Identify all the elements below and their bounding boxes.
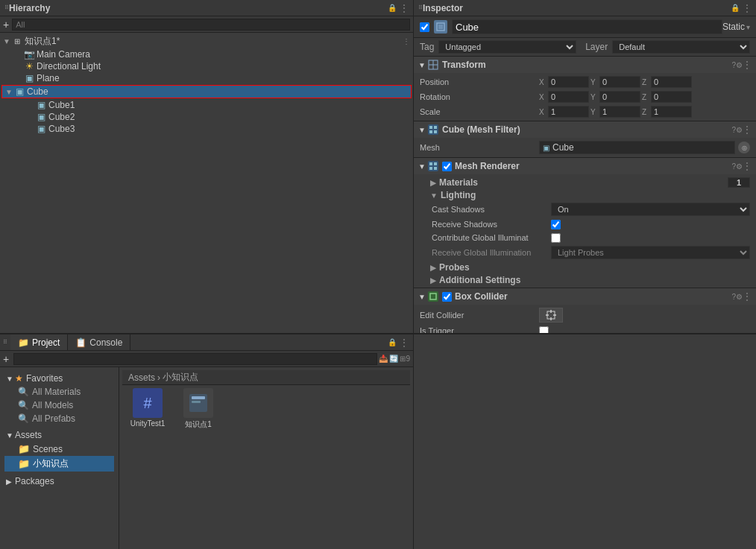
transform-menu-icon[interactable]: ⋮ xyxy=(743,60,752,70)
contribute-gi-value xyxy=(551,233,750,243)
lighting-arrow-icon: ▼ xyxy=(430,191,438,200)
favorites-section: ▼ ★ Favorites 🔍 All Materials 🔍 All Mode… xyxy=(0,370,119,427)
mesh-renderer-menu-icon[interactable]: ⋮ xyxy=(743,161,752,171)
is-trigger-checkbox[interactable] xyxy=(539,326,549,334)
favorites-header[interactable]: ▼ ★ Favorites xyxy=(4,372,114,385)
materials-label: Materials xyxy=(439,177,478,188)
lighting-subheader[interactable]: ▼ Lighting xyxy=(414,188,756,201)
packages-label: Packages xyxy=(15,476,54,486)
inspector-menu-icon[interactable]: ⋮ xyxy=(743,3,752,13)
mesh-filter-header[interactable]: ▼ Cube (Mesh Filter) ? ⚙ ⋮ xyxy=(414,121,756,138)
hierarchy-search-input[interactable] xyxy=(12,19,410,31)
cast-shadows-row: Cast Shadows On xyxy=(414,201,756,218)
receive-shadows-checkbox[interactable] xyxy=(551,220,561,229)
cast-shadows-select[interactable]: On xyxy=(551,203,750,216)
hierarchy-item-cube2[interactable]: ▣ Cube2 xyxy=(0,111,413,123)
hierarchy-item-cube1[interactable]: ▣ Cube1 xyxy=(0,99,413,111)
mesh-renderer-arrow-icon: ▼ xyxy=(418,162,427,171)
hierarchy-menu-icon[interactable]: ⋮ xyxy=(400,3,409,13)
project-assets-grid: # UnityTest1 知识点1 xyxy=(122,385,410,433)
additional-settings-subheader[interactable]: ▶ Additional Settings xyxy=(414,273,756,286)
tab-console[interactable]: 📋 Console xyxy=(68,334,130,350)
hierarchy-item-directional-light[interactable]: ☀ Directional Light xyxy=(0,60,413,72)
hierarchy-add-button[interactable]: + xyxy=(3,19,9,31)
edit-collider-row: Edit Collider xyxy=(414,306,756,324)
cube2-label: Cube2 xyxy=(48,112,75,122)
edit-collider-button[interactable] xyxy=(539,308,563,323)
scale-x-input[interactable] xyxy=(548,106,589,118)
transform-settings-icon[interactable]: ⚙ xyxy=(736,61,743,69)
hierarchy-item-scene[interactable]: ▼ ⊞ 知识点1* ⋮ xyxy=(0,34,413,48)
hierarchy-item-main-camera[interactable]: 📷 Main Camera xyxy=(0,48,413,60)
transform-header[interactable]: ▼ Transform ? ⚙ ⋮ xyxy=(414,57,756,73)
packages-header[interactable]: ▶ Packages xyxy=(4,475,114,488)
sidebar-item-xiaozhi[interactable]: 📁 小知识点 xyxy=(4,456,114,472)
receive-gi-row: Receive Global Illumination Light Probes xyxy=(414,244,756,261)
mesh-renderer-header[interactable]: ▼ Mesh Renderer ? ⚙ ⋮ xyxy=(414,158,756,174)
asset-unity-test1[interactable]: # UnityTest1 xyxy=(125,388,170,430)
inspector-lock-icon[interactable]: 🔒 xyxy=(731,4,740,12)
probes-subheader[interactable]: ▶ Probes xyxy=(414,261,756,273)
project-search-input[interactable] xyxy=(13,353,377,365)
rotation-z-input[interactable] xyxy=(651,91,692,103)
project-add-button[interactable]: + xyxy=(3,353,9,365)
box-collider-settings-icon[interactable]: ⚙ xyxy=(736,293,743,301)
box-collider-menu-icon[interactable]: ⋮ xyxy=(743,291,752,302)
materials-subheader[interactable]: ▶ Materials 1 xyxy=(414,176,756,188)
tag-select[interactable]: Untagged xyxy=(438,40,576,54)
inspector-content: Static ▾ Tag Untagged Layer Default ▼ xyxy=(414,16,756,333)
rot-z-label: Z xyxy=(642,93,649,101)
xiaozhi-folder-label: 小知识点 xyxy=(33,457,69,470)
rotation-xyz: X Y Z xyxy=(539,91,750,103)
transform-body: Position X Y Z Rotation X xyxy=(414,73,756,121)
position-z-input[interactable] xyxy=(651,76,692,88)
cube1-icon: ▣ xyxy=(36,100,46,110)
object-name-input[interactable] xyxy=(452,19,722,34)
object-enabled-checkbox[interactable] xyxy=(420,22,429,32)
materials-arrow-icon: ▶ xyxy=(430,179,436,187)
rotation-y-input[interactable] xyxy=(599,91,640,103)
mesh-select[interactable]: ▣ Cube xyxy=(539,141,735,154)
contribute-gi-checkbox[interactable] xyxy=(551,233,561,243)
hierarchy-lock-icon[interactable]: 🔒 xyxy=(388,4,397,12)
unity-test1-icon: # xyxy=(133,388,163,418)
sidebar-item-all-models[interactable]: 🔍 All Models xyxy=(4,399,114,412)
mesh-row: Mesh ▣ Cube ◎ xyxy=(414,139,756,156)
mesh-select-button[interactable]: ◎ xyxy=(738,142,750,153)
assets-header[interactable]: ▼ Assets xyxy=(4,428,114,442)
project-menu-icon[interactable]: ⋮ xyxy=(400,337,409,348)
project-import-button[interactable]: 📥 xyxy=(379,355,388,363)
static-arrow-icon[interactable]: ▾ xyxy=(746,23,750,31)
mesh-filter-settings-icon[interactable]: ⚙ xyxy=(736,126,743,134)
mesh-renderer-enabled-checkbox[interactable] xyxy=(442,162,452,171)
hierarchy-item-plane[interactable]: ▣ Plane xyxy=(0,72,413,84)
is-trigger-value xyxy=(539,326,750,334)
svg-rect-12 xyxy=(434,167,437,170)
asset-xiaozhi1[interactable]: 知识点1 xyxy=(176,388,221,430)
project-lock-icon[interactable]: 🔒 xyxy=(388,338,397,346)
sidebar-item-scenes[interactable]: 📁 Scenes xyxy=(4,442,114,456)
project-reimport-button[interactable]: 🔄 xyxy=(389,355,398,363)
position-y-input[interactable] xyxy=(599,76,640,88)
is-trigger-row: Is Trigger xyxy=(414,324,756,333)
tab-project[interactable]: 📁 Project xyxy=(10,334,68,350)
scale-z-input[interactable] xyxy=(651,106,692,118)
scene-options-icon[interactable]: ⋮ xyxy=(403,37,410,45)
svg-rect-23 xyxy=(192,396,205,399)
hierarchy-item-cube[interactable]: ▼ ▣ Cube xyxy=(2,86,411,98)
receive-gi-select[interactable]: Light Probes xyxy=(551,246,750,259)
box-collider-header[interactable]: ▼ Box Collider ? ⚙ ⋮ xyxy=(414,288,756,305)
sidebar-item-all-prefabs[interactable]: 🔍 All Prefabs xyxy=(4,412,114,425)
scale-y-input[interactable] xyxy=(599,106,640,118)
hierarchy-item-cube3[interactable]: ▣ Cube3 xyxy=(0,123,413,135)
rotation-x-input[interactable] xyxy=(548,91,589,103)
hierarchy-panel: ⠿ Hierarchy 🔒 ⋮ + ▼ ⊞ 知识点1* ⋮ 📷 Main xyxy=(0,0,414,333)
inspector-options: 🔒 ⋮ xyxy=(731,3,752,13)
layer-select[interactable]: Default xyxy=(612,40,750,54)
position-x-input[interactable] xyxy=(548,76,589,88)
cube-arrow-icon: ▼ xyxy=(5,88,14,96)
mesh-filter-menu-icon[interactable]: ⋮ xyxy=(743,124,752,135)
box-collider-enabled-checkbox[interactable] xyxy=(442,292,452,302)
sidebar-item-all-materials[interactable]: 🔍 All Materials xyxy=(4,385,114,399)
mesh-renderer-settings-icon[interactable]: ⚙ xyxy=(736,162,743,171)
